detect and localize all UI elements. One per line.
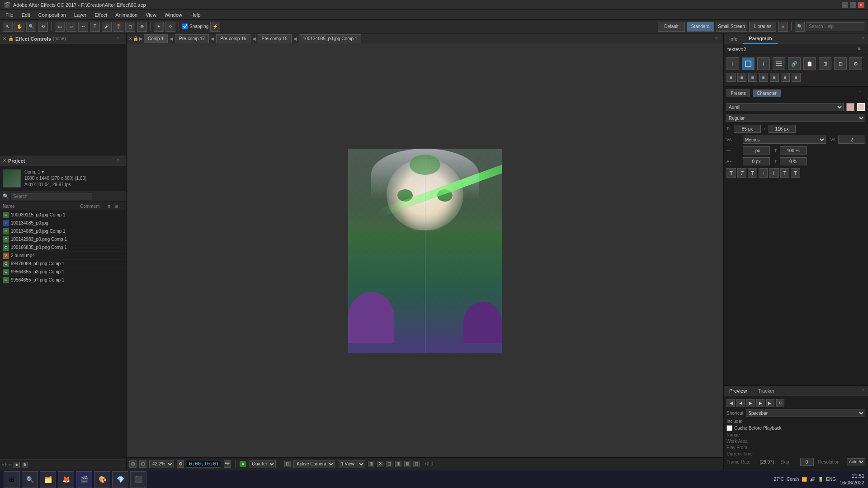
project-sort-icon[interactable]: ⬆ bbox=[107, 204, 114, 209]
font-family-select[interactable]: Aurell bbox=[726, 103, 844, 111]
shortcut-select[interactable]: Spacebar Numpad 0 bbox=[746, 409, 865, 417]
text-link-icon[interactable]: 🔗 bbox=[788, 57, 801, 70]
comp-panel-close[interactable]: ✕ bbox=[128, 36, 132, 41]
comp-expand-btn[interactable]: ⊞ bbox=[129, 460, 137, 468]
text-add-icon[interactable]: + bbox=[726, 57, 739, 70]
list-item[interactable]: C 99564655_p3.png Comp 1 bbox=[0, 268, 126, 276]
align-just-all-btn[interactable]: ≡ bbox=[792, 73, 801, 82]
taskbar-app-firefox[interactable]: 🦊 bbox=[58, 471, 74, 488]
list-item[interactable]: C 99564655_p7.png Comp 1 bbox=[0, 276, 126, 284]
next-frame-btn[interactable]: ▶ bbox=[756, 399, 764, 407]
comp-grid-btn[interactable]: ⊡ bbox=[139, 460, 146, 468]
menu-composition[interactable]: Composition bbox=[35, 11, 70, 19]
tool-select[interactable]: ↖ bbox=[3, 22, 13, 32]
maximize-button[interactable]: □ bbox=[850, 2, 856, 8]
search-taskbar-btn[interactable]: 🔍 bbox=[22, 471, 38, 488]
search-help-input[interactable] bbox=[807, 22, 865, 31]
project-close-icon[interactable]: ✕ bbox=[3, 158, 6, 163]
align-just-center-btn[interactable]: ≡ bbox=[770, 73, 779, 82]
menu-edit[interactable]: Edit bbox=[18, 11, 34, 19]
menu-view[interactable]: View bbox=[142, 11, 160, 19]
text-grid-icon[interactable]: ⊡ bbox=[834, 57, 847, 70]
comp-view-select[interactable]: 1 View 2 Views bbox=[338, 460, 365, 468]
align-just-left-btn[interactable]: ≡ bbox=[759, 73, 768, 82]
px-input[interactable] bbox=[743, 146, 770, 155]
font-size-input[interactable] bbox=[734, 125, 761, 133]
comp-render-btn[interactable]: ⊞ bbox=[368, 461, 374, 467]
px-input2[interactable] bbox=[780, 146, 807, 155]
tab-precomp15[interactable]: Pre-comp 15 bbox=[258, 34, 292, 43]
play-pause-btn[interactable]: ▶ bbox=[746, 399, 755, 407]
tool-brush[interactable]: 🖌 bbox=[102, 22, 112, 32]
tool-snap-extra[interactable]: ⚡ bbox=[210, 22, 220, 32]
tab-tracker[interactable]: Tracker bbox=[752, 385, 780, 396]
align-left-btn[interactable]: ≡ bbox=[726, 73, 736, 82]
tracking-input[interactable] bbox=[838, 136, 865, 144]
list-item[interactable]: C 100166835_p0.png Comp 1 bbox=[0, 244, 126, 252]
comp-time-display[interactable]: 0;00;10;01 bbox=[187, 460, 221, 468]
comp-live-btn[interactable]: ● bbox=[240, 461, 246, 467]
comp-safe-btn[interactable]: ⊠ bbox=[404, 461, 410, 467]
panel-close-icon[interactable]: ✕ bbox=[3, 36, 6, 41]
comp-rulers-btn[interactable]: ⊡ bbox=[386, 461, 392, 467]
tab-paragraph[interactable]: Paragraph bbox=[743, 33, 778, 44]
text-t2-btn[interactable]: T bbox=[759, 168, 768, 178]
tool-camera-orbit[interactable]: ⟲ bbox=[38, 22, 48, 32]
text-bold-btn[interactable]: T bbox=[726, 168, 736, 178]
comp-region-btn[interactable]: ⊟ bbox=[284, 461, 291, 467]
fill-color-swatch[interactable] bbox=[846, 103, 854, 111]
tool-puppet[interactable]: ⊕ bbox=[137, 22, 147, 32]
text-t4-btn[interactable]: T bbox=[780, 168, 790, 178]
menu-help[interactable]: Help bbox=[187, 11, 204, 19]
font-style-select[interactable]: Regular Bold Italic bbox=[726, 114, 865, 122]
effect-controls-menu[interactable]: ≡ bbox=[117, 36, 123, 42]
text-expand-icon[interactable]: ⊞ bbox=[819, 57, 831, 70]
tool-zoom[interactable]: 🔍 bbox=[26, 22, 36, 32]
tab-preview[interactable]: Preview bbox=[724, 385, 752, 396]
default-btn[interactable]: Default bbox=[658, 22, 685, 32]
tab-precomp17[interactable]: Pre-comp 17 bbox=[175, 34, 209, 43]
tab-info[interactable]: Info bbox=[724, 33, 743, 44]
text-box-icon[interactable] bbox=[742, 57, 755, 70]
text-t1-btn[interactable]: T bbox=[748, 168, 757, 178]
libraries-btn[interactable]: Libraries bbox=[749, 22, 776, 32]
tab-comp1[interactable]: Comp 1 bbox=[144, 34, 168, 43]
list-item[interactable]: C 100039115_p0.jpg Comp 1 bbox=[0, 211, 126, 219]
menu-layer[interactable]: Layer bbox=[71, 11, 90, 19]
snapping-checkbox[interactable] bbox=[182, 23, 188, 29]
tool-pen[interactable]: ✒ bbox=[78, 22, 88, 32]
list-item[interactable]: V 2 burst.mp4 bbox=[0, 252, 126, 260]
right-panel-menu[interactable]: ≡ bbox=[862, 36, 868, 42]
menu-animation[interactable]: Animation bbox=[112, 11, 141, 19]
taskbar-app-aftereffects[interactable]: 🎬 bbox=[76, 471, 92, 488]
tool-hand[interactable]: ✋ bbox=[14, 22, 24, 32]
list-item[interactable]: C 100134085_p0.jpg Comp 1 bbox=[0, 227, 126, 235]
list-item[interactable]: C 99478089_p0.png Comp 1 bbox=[0, 260, 126, 268]
scale-input[interactable] bbox=[780, 157, 807, 165]
comp-camera-btn[interactable]: 📷 bbox=[224, 460, 231, 468]
text-italic-icon[interactable]: I bbox=[757, 57, 770, 70]
start-button[interactable]: ⊞ bbox=[4, 471, 20, 488]
comp-camera-select[interactable]: Active Camera bbox=[293, 460, 335, 468]
kerning-input[interactable] bbox=[743, 157, 770, 165]
comp-settings-btn[interactable]: ⚙ bbox=[177, 460, 184, 468]
project-search-input[interactable] bbox=[11, 193, 92, 200]
close-button[interactable]: ✕ bbox=[858, 2, 864, 8]
prev-frame-btn[interactable]: ◀ bbox=[736, 399, 745, 407]
layer-name-menu[interactable]: ≡ bbox=[858, 46, 864, 52]
taskbar-app-files[interactable]: 🗂️ bbox=[40, 471, 56, 488]
tool-stamp[interactable]: 📍 bbox=[113, 22, 123, 32]
menu-file[interactable]: File bbox=[2, 11, 17, 19]
resolution-select[interactable]: Auto Full Half bbox=[847, 458, 865, 465]
character-btn[interactable]: Character bbox=[753, 89, 781, 97]
more-tools-btn[interactable]: » bbox=[778, 22, 788, 32]
tool-extra2[interactable]: ⊹ bbox=[165, 22, 175, 32]
skip-fwd-btn[interactable]: ▶| bbox=[766, 399, 774, 407]
tracking-select[interactable]: Metrics Optical bbox=[743, 136, 826, 144]
tab-precomp16[interactable]: Pre-comp 16 bbox=[216, 34, 250, 43]
text-settings-icon[interactable]: ⚙ bbox=[849, 57, 862, 70]
comp-zoom-select[interactable]: 42,2% 50% 100% bbox=[149, 460, 174, 468]
comp-mask-btn[interactable]: ⊟ bbox=[413, 461, 420, 467]
comp-panel-icon[interactable]: ▶ bbox=[139, 36, 143, 41]
title-bar-controls[interactable]: ─ □ ✕ bbox=[842, 2, 864, 8]
